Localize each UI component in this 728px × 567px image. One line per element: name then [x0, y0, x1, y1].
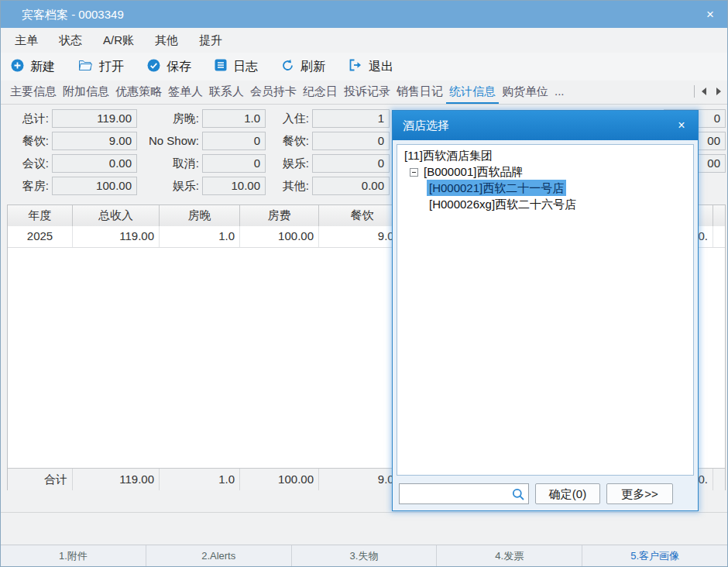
footer-total: 119.00: [73, 469, 160, 490]
cell-room-fee: 100.00: [240, 226, 319, 247]
entertainment-count-label: 娱乐:: [266, 154, 309, 173]
other-field[interactable]: 0.00: [312, 177, 390, 195]
noshow-label: No Show:: [136, 132, 199, 150]
tree-item-label: [H000021]西软二十一号店: [427, 180, 566, 196]
footer-tab-invoice[interactable]: 4.发票: [436, 545, 582, 566]
exit-icon: [349, 59, 362, 74]
refresh-icon: [281, 59, 294, 75]
tree-item-label: [H000026xg]西软二十六号店: [427, 196, 579, 212]
cell-total: 119.00: [73, 226, 160, 247]
footer-room-nights: 1.0: [160, 469, 240, 490]
menu-item-other[interactable]: 其他: [155, 33, 178, 48]
cell-room-nights: 1.0: [160, 226, 240, 247]
total-field[interactable]: 119.00: [52, 109, 137, 128]
log-list-icon: [215, 59, 227, 74]
menu-item-upgrade[interactable]: 提升: [199, 33, 222, 48]
total-label: 总计:: [4, 109, 49, 128]
noshow-field[interactable]: 0: [202, 132, 266, 150]
footer-tab-attachment[interactable]: 1.附件: [1, 545, 146, 566]
log-button-label: 日志: [233, 59, 258, 75]
tabnav-divider: [694, 85, 695, 98]
meeting-field[interactable]: 0.00: [52, 154, 137, 173]
tab-main-info[interactable]: 主要信息: [7, 81, 60, 104]
dining-amount-label: 餐饮:: [4, 132, 49, 150]
tab-discount-policy[interactable]: 优惠策略: [112, 81, 165, 104]
footer-tabbar: 1.附件 2.Alerts 3.失物 4.发票 5.客户画像: [1, 545, 727, 566]
menubar: 主单 状态 A/R账 其他 提升: [1, 28, 727, 53]
menu-item-ar-account[interactable]: A/R账: [103, 33, 134, 48]
refresh-toolbar-button[interactable]: 刷新: [281, 59, 325, 75]
tree-item-hotel-26[interactable]: [H000026xg]西软二十六号店: [397, 196, 693, 212]
check-circle-icon: [147, 59, 160, 75]
tab-anniversary[interactable]: 纪念日: [300, 81, 341, 104]
dialog-search-input[interactable]: [400, 484, 511, 503]
entertainment-amount-label: 娱乐:: [136, 177, 199, 195]
chevron-right-icon: [716, 88, 721, 95]
tabstrip: 主要信息 附加信息 优惠策略 签单人 联系人 会员持卡 纪念日 投诉记录 销售日…: [1, 81, 727, 105]
window-titlebar[interactable]: 宾客档案 - 0003349 ×: [1, 1, 727, 28]
tab-purchaser[interactable]: 购货单位: [499, 81, 551, 104]
refresh-toolbar-button-label: 刷新: [300, 59, 325, 75]
menu-item-master[interactable]: 主单: [15, 33, 38, 48]
room-nights-field[interactable]: 1.0: [202, 109, 266, 128]
guestroom-label: 客房:: [4, 177, 49, 195]
dialog-titlebar[interactable]: 酒店选择 ×: [393, 111, 698, 140]
dining-count-label: 餐饮:: [266, 132, 309, 150]
tab-extra-info[interactable]: 附加信息: [60, 81, 112, 104]
collapse-expander-icon[interactable]: [410, 168, 418, 177]
column-header-year: 年度: [8, 205, 73, 226]
tab-contact[interactable]: 联系人: [206, 81, 247, 104]
hotel-select-dialog: 酒店选择 × [11]西软酒店集团 [B000001]西软品牌 [H000021…: [392, 110, 699, 511]
guestroom-field[interactable]: 100.00: [52, 177, 137, 195]
footer-label: 合计: [8, 469, 73, 490]
open-button[interactable]: 打开: [78, 59, 124, 75]
new-button-label: 新建: [30, 59, 55, 75]
tab-statistics[interactable]: 统计信息: [446, 81, 499, 104]
tab-member-card[interactable]: 会员持卡: [247, 81, 300, 104]
tree-item-hotel-group[interactable]: [11]西软酒店集团: [397, 147, 693, 163]
tab-scroll-right-button[interactable]: [713, 84, 724, 98]
tab-signer[interactable]: 签单人: [165, 81, 206, 104]
dining-amount-field[interactable]: 9.00: [52, 132, 137, 150]
cancel-field[interactable]: 0: [202, 154, 266, 173]
open-button-label: 打开: [99, 59, 124, 75]
hotel-tree: [11]西软酒店集团 [B000001]西软品牌 [H000021]西软二十一号…: [397, 144, 694, 476]
dining-count-field[interactable]: 0: [312, 132, 390, 150]
confirm-button[interactable]: 确定(0): [535, 483, 600, 504]
checkin-count-field[interactable]: 1: [312, 109, 390, 128]
tab-overflow[interactable]: ...: [551, 81, 568, 104]
tab-scroll-controls: [694, 84, 724, 98]
guest-profile-window: 宾客档案 - 0003349 × 主单 状态 A/R账 其他 提升 新建 打开 …: [0, 0, 728, 567]
filter-bar: 综合 明细 0000-00-00 --> 0000-00-00 西软二十六号店 …: [1, 512, 727, 545]
tree-item-brand[interactable]: [B000001]西软品牌: [397, 163, 693, 180]
column-header-room-fee: 房费: [240, 205, 319, 226]
menu-item-status[interactable]: 状态: [59, 33, 82, 48]
folder-open-icon: [78, 59, 93, 74]
exit-button[interactable]: 退出: [349, 59, 393, 75]
log-button[interactable]: 日志: [215, 59, 258, 75]
column-header-total: 总收入: [73, 205, 160, 226]
save-button-label: 保存: [167, 59, 191, 75]
footer-tab-customer-profile[interactable]: 5.客户画像: [582, 545, 727, 566]
plus-circle-icon: [11, 59, 24, 75]
window-close-button[interactable]: ×: [699, 4, 721, 26]
footer-tab-alerts[interactable]: 2.Alerts: [146, 545, 291, 566]
column-header-edge: [713, 205, 725, 226]
exit-button-label: 退出: [369, 59, 393, 75]
dialog-search-box: [399, 483, 529, 504]
column-header-room-nights: 房晚: [160, 205, 240, 226]
tab-scroll-left-button[interactable]: [699, 84, 709, 98]
tab-sales-diary[interactable]: 销售日记: [393, 81, 446, 104]
tree-item-hotel-21[interactable]: [H000021]西软二十一号店: [397, 180, 693, 196]
dialog-close-button[interactable]: ×: [671, 115, 692, 136]
cell-year: 2025: [8, 226, 73, 247]
entertainment-count-field[interactable]: 0: [312, 154, 390, 173]
chevron-left-icon: [702, 88, 706, 95]
tab-complaint-record[interactable]: 投诉记录: [341, 81, 393, 104]
save-button[interactable]: 保存: [147, 59, 191, 75]
entertainment-amount-field[interactable]: 10.00: [202, 177, 266, 195]
more-button[interactable]: 更多>>: [606, 483, 673, 504]
search-icon: [512, 488, 524, 503]
footer-tab-lost-items[interactable]: 3.失物: [291, 545, 437, 566]
new-button[interactable]: 新建: [11, 59, 55, 75]
